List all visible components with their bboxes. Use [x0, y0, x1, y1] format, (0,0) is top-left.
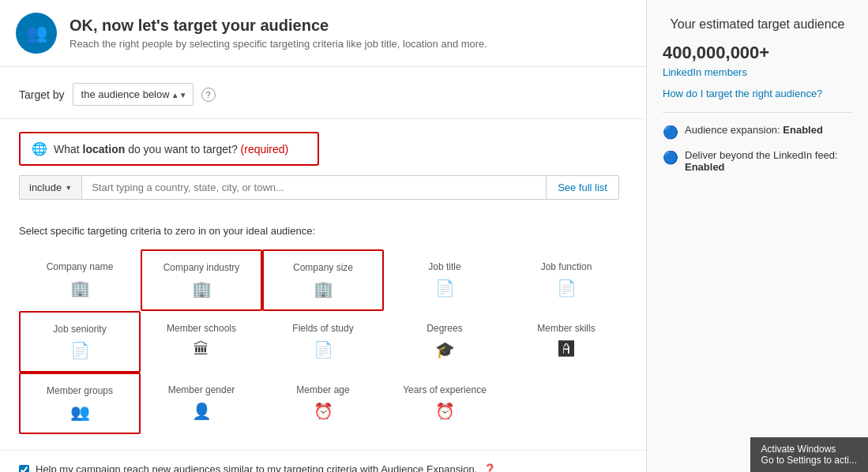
criteria-label: Company name — [47, 261, 114, 272]
location-prompt-before: What — [54, 143, 83, 155]
criteria-label: Member gender — [168, 384, 235, 395]
criteria-icon: 🏢 — [192, 279, 212, 298]
include-label: include — [29, 182, 62, 193]
location-section: 🌐 What location do you want to target? (… — [0, 119, 646, 212]
criteria-icon: 🏢 — [314, 279, 333, 298]
sidebar-feature-beyond-feed: 🔵 Deliver beyond the LinkedIn feed: Enab… — [663, 149, 852, 173]
criteria-label: Fields of study — [292, 323, 353, 334]
criteria-item-company-name[interactable]: Company name 🏢 — [19, 249, 141, 311]
criteria-label: Job seniority — [53, 324, 106, 335]
target-help-icon[interactable]: ? — [201, 88, 216, 102]
criteria-item-job-seniority[interactable]: Job seniority 📄 — [19, 311, 141, 373]
include-row: include ▼ See full list — [19, 175, 619, 200]
criteria-icon: 👥 — [70, 403, 90, 421]
expansion-feature-text: Audience expansion: Enabled — [685, 124, 823, 136]
logo: 👥 — [16, 13, 57, 54]
include-dropdown-arrow-icon: ▼ — [65, 184, 72, 192]
location-box: 🌐 What location do you want to target? (… — [19, 132, 319, 166]
criteria-icon: 🏛 — [194, 340, 209, 358]
audience-expansion-label: Help my campaign reach new audiences sim… — [36, 463, 477, 472]
include-button[interactable]: include ▼ — [19, 175, 82, 200]
criteria-grid: Company name 🏢 Company industry 🏢 Compan… — [19, 249, 627, 434]
sidebar-title: Your estimated target audience — [663, 16, 852, 33]
criteria-label: Job function — [541, 261, 592, 272]
sidebar-feature-expansion: 🔵 Audience expansion: Enabled — [663, 124, 852, 140]
audience-expansion-checkbox[interactable] — [19, 465, 29, 472]
page-title: OK, now let's target your audience — [70, 17, 487, 35]
criteria-section: Select specific targeting criteria to ze… — [0, 212, 646, 450]
criteria-label: Company industry — [163, 262, 240, 273]
criteria-icon: ⏰ — [435, 402, 455, 421]
see-full-list-button[interactable]: See full list — [547, 175, 619, 200]
criteria-label: Member skills — [537, 323, 595, 334]
criteria-icon: 🅰 — [558, 340, 574, 358]
criteria-label: Member age — [296, 384, 349, 395]
sidebar-divider — [663, 112, 852, 113]
location-prompt-after: do you want to target? — [125, 143, 237, 155]
sidebar: Your estimated target audience 400,000,0… — [647, 0, 868, 472]
criteria-item-company-size[interactable]: Company size 🏢 — [262, 249, 384, 311]
criteria-item-member-gender[interactable]: Member gender 👤 — [141, 373, 262, 434]
target-by-label: Target by — [19, 88, 65, 101]
criteria-item-member-skills[interactable]: Member skills 🅰 — [505, 311, 627, 373]
header-text: OK, now let's target your audience Reach… — [70, 17, 487, 50]
location-input[interactable] — [82, 175, 547, 200]
activate-windows-banner: Activate WindowsGo to Settings to acti..… — [750, 437, 868, 472]
criteria-item-company-industry[interactable]: Company industry 🏢 — [141, 249, 262, 311]
audience-label: LinkedIn members — [663, 66, 852, 78]
location-required: (required) — [241, 143, 289, 155]
criteria-title: Select specific targeting criteria to ze… — [19, 225, 627, 237]
criteria-label: Job title — [428, 261, 460, 272]
criteria-icon: 📄 — [557, 279, 577, 298]
criteria-icon: 📄 — [435, 279, 455, 298]
checkboxes-section: Help my campaign reach new audiences sim… — [0, 450, 646, 472]
criteria-label: Member groups — [47, 385, 113, 396]
criteria-item-years-of-experience[interactable]: Years of experience ⏰ — [384, 373, 505, 434]
criteria-icon: 📄 — [70, 341, 90, 360]
criteria-item-member-groups[interactable]: Member groups 👥 — [19, 373, 141, 434]
target-audience-link[interactable]: How do I target the right audience? — [663, 88, 852, 99]
criteria-label: Member schools — [167, 323, 236, 334]
expansion-help-icon[interactable]: ❓ — [483, 463, 496, 472]
target-select-wrapper[interactable]: the audience below ▲▼ — [73, 83, 194, 106]
page-subtitle: Reach the right people by selecting spec… — [70, 38, 487, 50]
criteria-item-fields-of-study[interactable]: Fields of study 📄 — [262, 311, 384, 373]
criteria-icon: 🏢 — [70, 279, 90, 298]
audience-expansion-checkbox-row[interactable]: Help my campaign reach new audiences sim… — [19, 463, 627, 472]
header: 👥 OK, now let's target your audience Rea… — [0, 0, 646, 67]
criteria-item-job-title[interactable]: Job title 📄 — [384, 249, 505, 311]
expansion-feature-icon: 🔵 — [663, 125, 678, 140]
criteria-icon: 🎓 — [435, 340, 455, 359]
criteria-label: Degrees — [426, 323, 462, 334]
target-select[interactable]: the audience below — [73, 83, 194, 106]
target-by-section: Target by the audience below ▲▼ ? — [0, 67, 646, 119]
beyond-feed-feature-text: Deliver beyond the LinkedIn feed: Enable… — [685, 149, 852, 173]
beyond-feed-feature-icon: 🔵 — [663, 150, 678, 165]
criteria-label: Years of experience — [403, 384, 487, 395]
criteria-label: Company size — [293, 262, 353, 273]
criteria-item-member-schools[interactable]: Member schools 🏛 — [141, 311, 262, 373]
audience-count: 400,000,000+ — [663, 43, 852, 63]
criteria-item-degrees[interactable]: Degrees 🎓 — [384, 311, 505, 373]
globe-icon: 🌐 — [32, 141, 47, 156]
logo-icon: 👥 — [26, 23, 47, 43]
criteria-icon: ⏰ — [314, 402, 333, 421]
criteria-item-job-function[interactable]: Job function 📄 — [505, 249, 627, 311]
criteria-icon: 👤 — [192, 402, 212, 421]
location-text: What location do you want to target? (re… — [54, 143, 288, 155]
location-prompt-bold: location — [83, 143, 126, 155]
criteria-icon: 📄 — [314, 340, 333, 359]
criteria-item-member-age[interactable]: Member age ⏰ — [262, 373, 384, 434]
